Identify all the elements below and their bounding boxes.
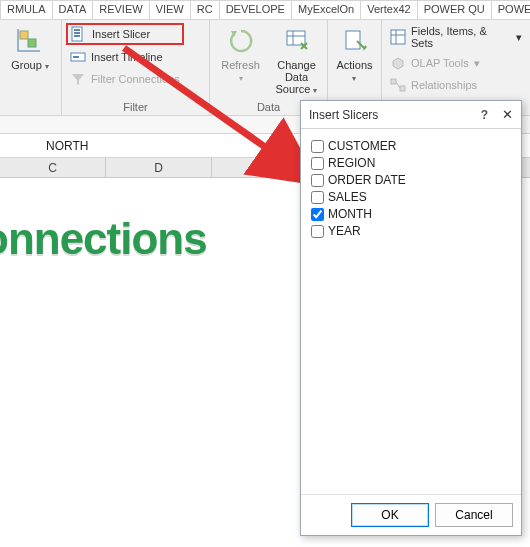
change-data-label: Change Data Source	[276, 59, 316, 95]
field-label: REGION	[328, 156, 375, 170]
field-customer[interactable]: CUSTOMER	[311, 139, 511, 153]
checkbox-year[interactable]	[311, 225, 324, 238]
change-data-icon	[281, 25, 313, 57]
svg-rect-16	[400, 86, 405, 91]
chevron-down-icon: ▾	[516, 31, 522, 44]
svg-rect-12	[391, 30, 405, 44]
formula-value: NORTH	[6, 139, 88, 153]
olap-label: OLAP Tools	[411, 57, 469, 69]
actions-label: Actions	[336, 59, 372, 71]
refresh-icon	[225, 25, 257, 57]
field-region[interactable]: REGION	[311, 156, 511, 170]
field-label: MONTH	[328, 207, 372, 221]
tab-data[interactable]: DATA	[52, 0, 93, 19]
chevron-down-icon: ▾	[45, 62, 49, 71]
decor-text: onnections	[0, 214, 207, 264]
group-icon	[14, 25, 46, 57]
chevron-down-icon: ▾	[474, 57, 480, 70]
col-d[interactable]: D	[106, 158, 212, 177]
checkbox-sales[interactable]	[311, 191, 324, 204]
field-year[interactable]: YEAR	[311, 224, 511, 238]
filter-connections-button: Filter Connections	[66, 69, 184, 89]
field-label: SALES	[328, 190, 367, 204]
relationships-button: Relationships	[386, 75, 526, 95]
fields-items-sets-button[interactable]: Fields, Items, & Sets ▾	[386, 23, 526, 51]
group-label: Group	[11, 59, 42, 71]
actions-icon	[339, 25, 371, 57]
timeline-icon	[70, 49, 86, 65]
insert-slicer-label: Insert Slicer	[92, 28, 150, 40]
tab-vertex42[interactable]: Vertex42	[360, 0, 416, 19]
olap-icon	[390, 55, 406, 71]
tab-rc[interactable]: RC	[190, 0, 219, 19]
change-data-source-button[interactable]: Change Data Source ▾	[271, 23, 323, 98]
insert-timeline-label: Insert Timeline	[91, 51, 163, 63]
svg-rect-5	[74, 35, 80, 37]
insert-slicer-button[interactable]: Insert Slicer	[66, 23, 184, 45]
chevron-down-icon: ▾	[313, 86, 317, 95]
fields-icon	[390, 29, 406, 45]
checkbox-month[interactable]	[311, 208, 324, 221]
tab-formula[interactable]: RMULA	[0, 0, 52, 19]
checkbox-customer[interactable]	[311, 140, 324, 153]
field-label: ORDER DATE	[328, 173, 406, 187]
field-month[interactable]: MONTH	[311, 207, 511, 221]
tab-developer[interactable]: DEVELOPE	[219, 0, 291, 19]
tab-view[interactable]: VIEW	[149, 0, 190, 19]
insert-slicers-dialog: Insert Slicers ? ✕ CUSTOMER REGION ORDER…	[300, 100, 522, 536]
checkbox-order-date[interactable]	[311, 174, 324, 187]
slicer-icon	[71, 26, 87, 42]
insert-timeline-button[interactable]: Insert Timeline	[66, 47, 184, 67]
col-c[interactable]: C	[0, 158, 106, 177]
tab-review[interactable]: REVIEW	[92, 0, 148, 19]
group-button[interactable]: Group ▾	[4, 23, 56, 74]
checkbox-region[interactable]	[311, 157, 324, 170]
refresh-button[interactable]: Refresh▾	[215, 23, 267, 86]
close-icon[interactable]: ✕	[502, 107, 513, 122]
field-order-date[interactable]: ORDER DATE	[311, 173, 511, 187]
chevron-down-icon: ▾	[352, 74, 356, 83]
dialog-title: Insert Slicers	[309, 108, 378, 122]
svg-rect-7	[73, 56, 79, 58]
olap-tools-button: OLAP Tools ▾	[386, 53, 526, 73]
field-label: CUSTOMER	[328, 139, 396, 153]
chevron-down-icon: ▾	[239, 74, 243, 83]
ok-button[interactable]: OK	[351, 503, 429, 527]
relationships-label: Relationships	[411, 79, 477, 91]
svg-rect-11	[346, 31, 360, 49]
filter-group-label: Filter	[66, 100, 205, 115]
filter-connections-label: Filter Connections	[91, 73, 180, 85]
refresh-label: Refresh	[221, 59, 260, 71]
ribbon-tabs: RMULA DATA REVIEW VIEW RC DEVELOPE MyExc…	[0, 0, 530, 20]
dialog-help-button[interactable]: ?	[481, 108, 488, 122]
actions-button[interactable]: Actions▾	[332, 23, 377, 86]
svg-rect-0	[20, 31, 28, 39]
fields-label: Fields, Items, & Sets	[411, 25, 511, 49]
field-label: YEAR	[328, 224, 361, 238]
svg-line-17	[396, 82, 400, 88]
dialog-field-list: CUSTOMER REGION ORDER DATE SALES MONTH Y…	[301, 129, 521, 494]
filter-icon	[70, 71, 86, 87]
svg-rect-1	[28, 39, 36, 47]
tab-powerpivot[interactable]: POWERPIV	[491, 0, 530, 19]
tab-myexcelon[interactable]: MyExcelOn	[291, 0, 360, 19]
cancel-button[interactable]: Cancel	[435, 503, 513, 527]
svg-rect-4	[74, 32, 80, 34]
svg-rect-15	[391, 79, 396, 84]
relationships-icon	[390, 77, 406, 93]
tab-powerquery[interactable]: POWER QU	[417, 0, 491, 19]
field-sales[interactable]: SALES	[311, 190, 511, 204]
svg-rect-3	[74, 29, 80, 31]
